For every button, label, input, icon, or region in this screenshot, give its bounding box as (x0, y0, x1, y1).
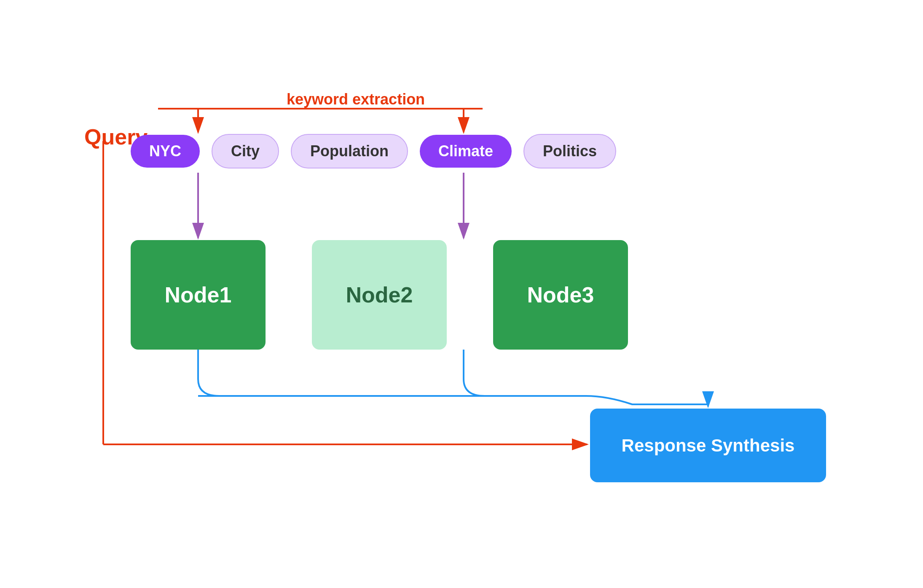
pill-nyc: NYC (131, 135, 200, 168)
diagram-container: Query keyword extraction NYC City Popula… (0, 0, 923, 588)
node1-box: Node1 (131, 240, 266, 350)
node2-box: Node2 (312, 240, 447, 350)
pill-city: City (212, 134, 279, 168)
pill-climate: Climate (420, 135, 512, 168)
node3-box: Node3 (493, 240, 628, 350)
keyword-extraction-label: keyword extraction (287, 91, 425, 108)
pill-population: Population (291, 134, 408, 168)
response-synthesis-box: Response Synthesis (590, 409, 826, 482)
nodes-row: Node1 Node2 Node3 (131, 240, 628, 350)
pills-row: NYC City Population Climate Politics (131, 134, 616, 168)
pill-politics: Politics (523, 134, 616, 168)
